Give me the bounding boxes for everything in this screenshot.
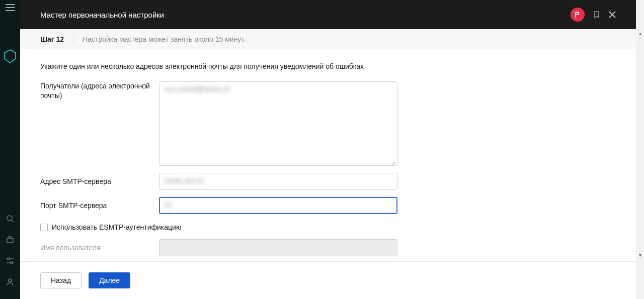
smtp-address-label: Адрес SMTP-сервера [40, 177, 159, 186]
page-scrollbar[interactable]: ▴ ▾ [636, 0, 644, 299]
esmtp-label: Использовать ESMTP-аутентификацию [52, 223, 181, 231]
scroll-up-icon[interactable]: ▴ [636, 29, 644, 37]
step-number: Шаг 12 [40, 35, 64, 43]
recipients-textarea[interactable]: xx.x.xxxxx@xxxxx.xx [159, 81, 397, 166]
scroll-down-icon[interactable]: ▾ [636, 251, 644, 259]
resize-handle-icon[interactable] [390, 159, 395, 164]
modal-header: Мастер первоначальной настройки [20, 0, 636, 29]
svg-point-3 [11, 262, 13, 264]
wizard-modal: Мастер первоначальной настройки Шаг 12 Н… [20, 0, 636, 299]
modal-title: Мастер первоначальной настройки [40, 11, 164, 19]
svg-point-0 [7, 216, 12, 221]
user-icon[interactable] [6, 278, 14, 286]
app-sidebar [0, 0, 20, 299]
briefcase-icon[interactable] [6, 236, 14, 244]
next-button[interactable]: Далее [89, 272, 130, 288]
sliders-icon[interactable] [6, 257, 14, 265]
smtp-port-label: Порт SMTP-сервера [40, 201, 159, 211]
svg-point-4 [9, 279, 12, 282]
username-label: Имя пользователя [40, 243, 159, 253]
recipients-value: xx.x.xxxxx@xxxxx.xx [165, 85, 230, 93]
username-input [159, 239, 397, 256]
back-button[interactable]: Назад [40, 272, 82, 288]
recipients-label: Получатели (адреса электронной почты) [40, 81, 159, 101]
report-button[interactable] [571, 8, 585, 22]
step-bar: Шаг 12 Настройка мастера может занять ок… [20, 29, 636, 49]
divider [73, 34, 73, 44]
smtp-port-value: xx [165, 201, 172, 209]
esmtp-checkbox[interactable] [40, 224, 48, 231]
svg-point-2 [8, 258, 10, 260]
svg-rect-1 [7, 238, 13, 243]
menu-icon[interactable] [6, 4, 15, 11]
intro-text: Укажите один или несколько адресов элект… [40, 62, 616, 70]
smtp-address-input[interactable]: xxxxx.xxx.xx [159, 173, 397, 190]
scroll-track[interactable] [636, 37, 644, 251]
close-icon[interactable] [609, 11, 616, 18]
logo-icon [3, 49, 17, 63]
bookmark-icon[interactable] [593, 11, 601, 19]
step-hint: Настройка мастера может занять около 15 … [83, 35, 246, 43]
search-icon[interactable] [6, 215, 14, 223]
wizard-footer: Назад Далее [20, 261, 636, 299]
smtp-address-value: xxxxx.xxx.xx [165, 176, 204, 184]
smtp-port-input[interactable]: xx [159, 197, 397, 214]
